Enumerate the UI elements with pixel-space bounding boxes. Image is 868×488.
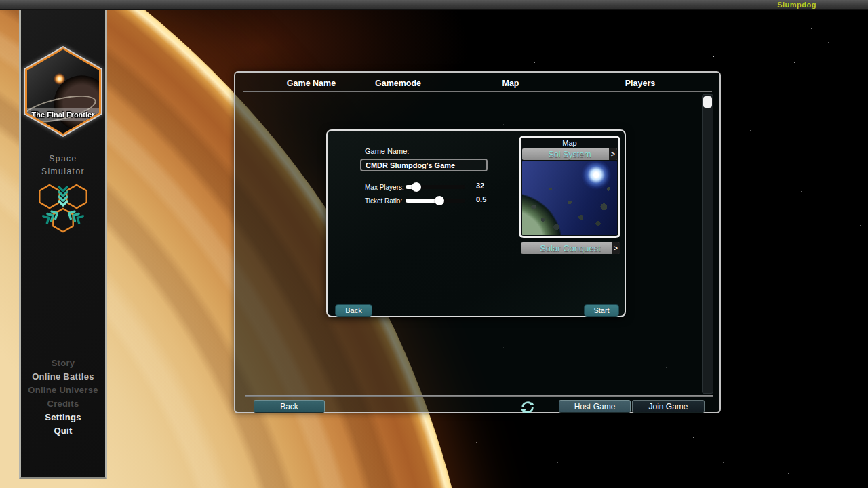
column-header-players: Players xyxy=(625,79,655,88)
host-game-dialog: Game Name: Max Players: 32 Ticket Ratio:… xyxy=(326,129,626,317)
main-menu-sidebar: The Final Frontier Space Simulator xyxy=(19,10,107,479)
column-header-gamemode: Gamemode xyxy=(375,79,421,88)
menu-item-credits[interactable]: Credits xyxy=(21,397,105,411)
menu-item-online-universe[interactable]: Online Universe xyxy=(21,384,105,397)
app-subtitle: Space Simulator xyxy=(21,152,105,178)
host-game-button[interactable]: Host Game xyxy=(559,400,631,413)
map-preview-image xyxy=(522,161,617,235)
menu-item-online-battles[interactable]: Online Battles xyxy=(21,370,105,384)
column-header-map: Map xyxy=(502,79,519,88)
ticket-ratio-label: Ticket Ratio: xyxy=(365,197,402,205)
map-next-button[interactable]: > xyxy=(609,148,617,160)
hex-cluster-icon xyxy=(31,178,96,243)
gamemode-selection: Solar Conquest > xyxy=(521,242,620,254)
game-name-input[interactable] xyxy=(360,159,488,171)
scrollbar-thumb[interactable] xyxy=(703,96,712,108)
game-logo: The Final Frontier xyxy=(24,46,102,137)
menu-item-story[interactable]: Story xyxy=(21,357,105,370)
map-selector[interactable]: Sol System > xyxy=(522,148,617,160)
header-divider xyxy=(243,91,712,92)
ticket-ratio-slider-knob[interactable] xyxy=(435,196,444,205)
main-menu: Story Online Battles Online Universe Cre… xyxy=(21,357,105,438)
refresh-icon[interactable] xyxy=(520,400,535,415)
selected-map: Sol System xyxy=(548,150,591,159)
game-screen: Slumpdog The Final Frontier Space Simula… xyxy=(0,0,868,488)
max-players-label: Max Players: xyxy=(365,184,404,191)
max-players-value: 32 xyxy=(476,182,484,190)
menu-item-quit[interactable]: Quit xyxy=(21,424,105,438)
game-name-label: Game Name: xyxy=(365,147,409,155)
join-game-button[interactable]: Join Game xyxy=(632,400,705,413)
gamemode-next-button[interactable]: > xyxy=(612,242,620,254)
max-players-slider-knob[interactable] xyxy=(412,182,421,192)
max-players-slider[interactable] xyxy=(406,185,465,189)
map-panel-title: Map xyxy=(522,139,617,148)
server-list-scrollbar[interactable] xyxy=(702,94,713,394)
map-selection-panel: Map Sol System > xyxy=(519,136,620,238)
logo-title-strip: The Final Frontier xyxy=(27,108,99,121)
logo-title: The Final Frontier xyxy=(32,110,95,119)
top-status-bar: Slumpdog xyxy=(0,0,868,10)
footer-divider xyxy=(245,395,713,396)
column-header-game-name: Game Name xyxy=(287,79,336,88)
ticket-ratio-value: 0.5 xyxy=(476,195,486,203)
dialog-back-button[interactable]: Back xyxy=(335,304,372,317)
gamemode-selector[interactable]: Solar Conquest > xyxy=(521,242,620,254)
menu-item-settings[interactable]: Settings xyxy=(21,411,105,424)
browser-back-button[interactable]: Back xyxy=(254,400,325,413)
start-button[interactable]: Start xyxy=(584,304,619,317)
player-username: Slumpdog xyxy=(777,1,816,9)
selected-gamemode: Solar Conquest xyxy=(540,243,601,253)
ticket-ratio-slider[interactable] xyxy=(406,199,465,203)
